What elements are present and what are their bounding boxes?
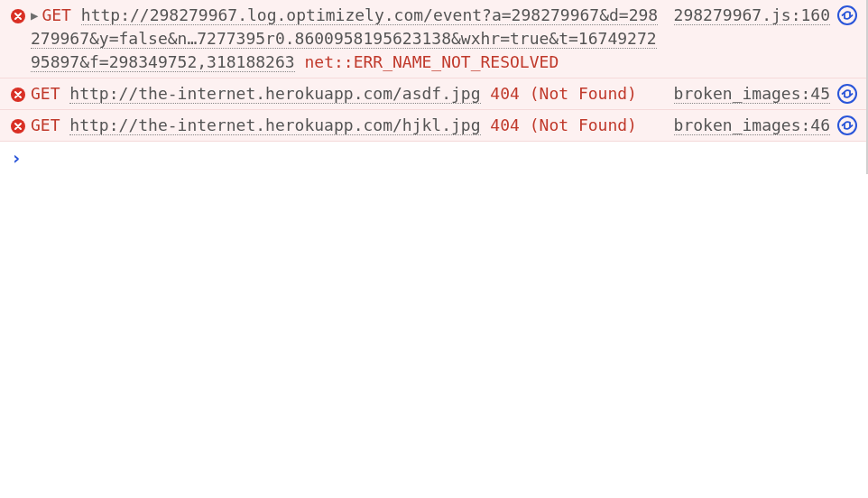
error-icon [11, 119, 25, 134]
retry-icon[interactable] [837, 84, 857, 104]
error-icon [11, 9, 25, 23]
console-prompt[interactable]: › [0, 142, 866, 174]
retry-icon[interactable] [837, 115, 857, 135]
error-status: net::ERR_NAME_NOT_RESOLVED [304, 52, 559, 71]
disclosure-triangle-icon[interactable]: ▶ [31, 6, 38, 24]
console-error-entry: ▶GET http://298279967.log.optimizely.com… [0, 0, 866, 78]
source-link[interactable]: broken_images:46 [674, 115, 830, 135]
console-error-entry: GET http://the-internet.herokuapp.com/hj… [0, 110, 866, 142]
retry-icon[interactable] [837, 5, 857, 25]
source-link[interactable]: broken_images:45 [674, 84, 830, 104]
chevron-right-icon: › [11, 147, 22, 169]
source-link[interactable]: 298279967.js:160 [674, 5, 830, 25]
request-url[interactable]: http://the-internet.herokuapp.com/hjkl.j… [69, 115, 480, 135]
console-panel: ▶GET http://298279967.log.optimizely.com… [0, 0, 868, 174]
console-error-entry: GET http://the-internet.herokuapp.com/as… [0, 78, 866, 110]
error-icon [11, 88, 25, 102]
http-method: GET [31, 84, 60, 103]
request-url[interactable]: http://the-internet.herokuapp.com/asdf.j… [69, 84, 480, 104]
error-status: 404 (Not Found) [490, 84, 637, 103]
http-method: GET [42, 5, 71, 24]
error-status: 404 (Not Found) [490, 115, 637, 134]
http-method: GET [31, 115, 60, 134]
